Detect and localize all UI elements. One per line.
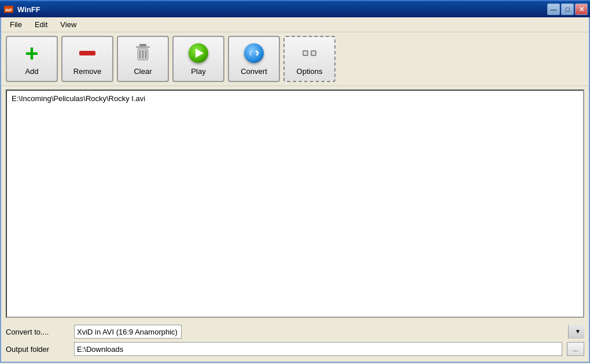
remove-button[interactable]: Remove (61, 36, 113, 82)
output-folder-row: Output folder ... (6, 342, 584, 356)
toolbar: + Add Remove Clear (1, 32, 589, 86)
clear-label: Clear (134, 67, 152, 76)
clear-button[interactable]: Clear (117, 36, 169, 82)
app-icon: WF (3, 4, 14, 14)
minimize-button[interactable]: — (547, 3, 560, 15)
convert-to-row: Convert to.... XviD in AVI (16:9 Anamorp… (6, 325, 584, 339)
title-bar: WF WinFF — □ ✕ (0, 0, 590, 17)
add-button[interactable]: + Add (6, 36, 58, 82)
browse-button[interactable]: ... (567, 342, 584, 356)
add-icon: + (21, 43, 42, 64)
play-label: Play (191, 67, 205, 76)
title-bar-left: WF WinFF (3, 4, 40, 14)
convert-to-label: Convert to.... (6, 328, 69, 336)
convert-button[interactable]: Convert (228, 36, 280, 82)
menu-bar: File Edit View (1, 17, 589, 32)
file-entry: E:\Incoming\Peliculas\Rocky\Rocky I.avi (12, 94, 578, 103)
convert-icon (244, 43, 264, 64)
convert-to-select-wrapper: XviD in AVI (16:9 Anamorphic) XviD in AV… (74, 325, 584, 339)
svg-text:WF: WF (5, 8, 13, 13)
bottom-section: Convert to.... XviD in AVI (16:9 Anamorp… (1, 321, 589, 362)
add-label: Add (25, 67, 38, 76)
svg-rect-2 (139, 44, 146, 46)
remove-label: Remove (73, 67, 101, 76)
trash-icon (132, 43, 153, 64)
app-title: WinFF (17, 5, 40, 14)
main-window: File Edit View + Add Remove (0, 17, 590, 363)
svg-rect-3 (136, 46, 150, 48)
convert-to-select[interactable]: XviD in AVI (16:9 Anamorphic) XviD in AV… (74, 325, 182, 339)
close-button[interactable]: ✕ (575, 3, 588, 15)
options-label: Options (297, 67, 323, 76)
menu-edit[interactable]: Edit (30, 18, 53, 31)
options-icon (299, 43, 320, 64)
menu-file[interactable]: File (5, 18, 27, 31)
convert-label: Convert (241, 67, 267, 76)
play-icon (188, 43, 209, 64)
title-bar-controls: — □ ✕ (547, 3, 588, 15)
maximize-button[interactable]: □ (561, 3, 574, 15)
play-button[interactable]: Play (172, 36, 224, 82)
options-button[interactable]: Options (283, 36, 335, 82)
file-list[interactable]: E:\Incoming\Peliculas\Rocky\Rocky I.avi (6, 90, 584, 318)
menu-view[interactable]: View (55, 18, 82, 31)
output-folder-label: Output folder (6, 345, 69, 354)
remove-icon (77, 43, 98, 64)
output-folder-input[interactable] (74, 342, 562, 356)
